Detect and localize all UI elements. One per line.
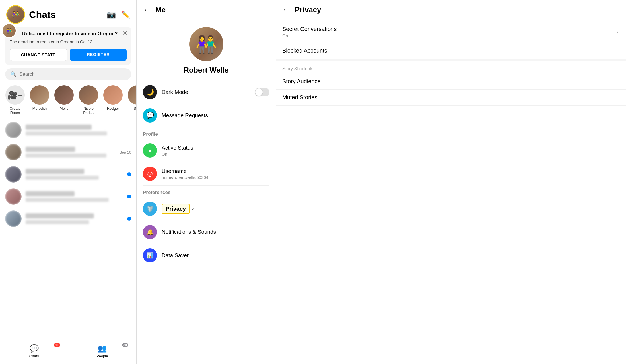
story-label-1: Meredith: [32, 106, 47, 111]
search-input[interactable]: [19, 71, 126, 77]
privacy-icon: 🛡️: [143, 202, 157, 216]
story-item-2[interactable]: Molly: [54, 85, 74, 115]
story-item-1[interactable]: Meredith: [30, 85, 50, 115]
right-panel: ← Privacy Secret Conversations On → Secr…: [276, 0, 626, 364]
story-label-2: Molly: [60, 106, 68, 111]
chat-item[interactable]: [0, 185, 136, 208]
chat-meta: [127, 195, 131, 198]
dark-mode-toggle[interactable]: [255, 88, 269, 96]
section-divider: [276, 59, 626, 61]
notifications-icon: 🔔: [143, 225, 157, 239]
chat-item[interactable]: [0, 163, 136, 185]
chat-time: Sep 16: [120, 150, 131, 154]
username-label: Username: [162, 168, 269, 174]
mid-header: ← Me: [137, 0, 276, 18]
menu-item-notifications[interactable]: 🔔 Notifications & Sounds: [137, 220, 276, 244]
right-menu-item-blocked-accounts[interactable]: Blocked Accounts: [276, 43, 626, 59]
chat-item[interactable]: [0, 119, 136, 141]
right-header: ← Privacy: [276, 0, 626, 18]
story-item-4[interactable]: Rodger: [103, 85, 123, 115]
camera-icon[interactable]: 📷: [107, 10, 116, 19]
story-audience-label: Story Audience: [282, 78, 620, 85]
story-create[interactable]: 🎥+ CreateRoom: [5, 85, 25, 115]
header-icons: 📷 ✏️: [107, 10, 130, 19]
story-label-5: Sh...: [134, 106, 136, 111]
menu-item-data-saver[interactable]: 📊 Data Saver: [137, 244, 276, 267]
story-row: 🎥+ CreateRoom Meredith Molly Nicole Park…: [0, 84, 136, 119]
chat-item[interactable]: [0, 208, 136, 230]
dark-mode-icon: 🌙: [143, 85, 157, 99]
people-label: People: [96, 354, 108, 358]
right-menu-item-muted-stories[interactable]: Muted Stories: [276, 90, 626, 106]
blocked-accounts-label: Blocked Accounts: [282, 47, 620, 54]
privacy-label-highlight: Privacy: [162, 204, 190, 214]
menu-item-dark-mode[interactable]: 🌙 Dark Mode: [137, 80, 276, 104]
right-back-button[interactable]: ←: [282, 5, 290, 14]
header-left: 👫 Chats: [6, 5, 56, 24]
story-label-4: Rodger: [107, 106, 119, 111]
secret-conversations-sublabel: On: [282, 33, 609, 38]
story-avatar-2: [54, 85, 74, 105]
compose-icon[interactable]: ✏️: [121, 10, 130, 19]
active-status-icon: ●: [143, 143, 157, 158]
message-requests-text: Message Requests: [162, 112, 269, 119]
menu-item-username[interactable]: @ Username m.me/robert.wells.50364: [137, 162, 276, 185]
menu-item-message-requests[interactable]: 💬 Message Requests: [137, 104, 276, 127]
story-item-3[interactable]: Nicole Park...: [79, 85, 98, 115]
bottom-nav: 11 💬 Chats 30 👥 People: [0, 341, 136, 364]
change-state-button[interactable]: CHANGE STATE: [10, 49, 67, 61]
username-sublabel: m.me/robert.wells.50364: [162, 175, 269, 180]
right-title: Privacy: [295, 5, 321, 14]
unread-badge: [127, 217, 131, 221]
message-requests-icon: 💬: [143, 108, 157, 123]
chats-label: Chats: [29, 354, 39, 358]
message-requests-label: Message Requests: [162, 112, 269, 119]
chat-info: [26, 147, 116, 158]
search-bar: 🔍: [5, 68, 131, 80]
chat-avatar: [5, 144, 22, 160]
unread-badge: [127, 195, 131, 198]
notif-close-button[interactable]: ✕: [123, 30, 128, 37]
story-item-5[interactable]: Sh...: [127, 85, 136, 115]
data-saver-text: Data Saver: [162, 252, 269, 258]
notifications-text: Notifications & Sounds: [162, 229, 269, 235]
story-avatar-1: [30, 85, 49, 105]
nav-chats[interactable]: 11 💬 Chats: [0, 344, 68, 358]
privacy-arrow-icon: ↙: [191, 206, 196, 212]
notif-title: Rob... need to register to vote in Orego…: [22, 31, 120, 37]
user-avatar[interactable]: 👫: [6, 5, 25, 24]
story-avatar-4: [103, 85, 123, 105]
notification-banner: 👫 ✕ Rob... need to register to vote in O…: [5, 27, 131, 65]
back-button[interactable]: ←: [143, 5, 151, 14]
secret-conversations-row: Secret Conversations On →: [282, 26, 620, 38]
secret-conversations-text: Secret Conversations On: [282, 26, 609, 38]
chat-avatar: [5, 188, 22, 205]
dark-mode-text: Dark Mode: [162, 89, 250, 95]
middle-panel: ← Me 👫 Robert Wells 🌙 Dark Mode 💬 Mess: [137, 0, 276, 364]
toggle-knob: [255, 88, 263, 96]
create-room-button[interactable]: 🎥+: [5, 85, 25, 105]
right-menu-item-secret-conversations[interactable]: Secret Conversations On → Secret Convers…: [276, 21, 626, 43]
chat-item[interactable]: Sep 16: [0, 141, 136, 163]
chat-info: [26, 169, 123, 180]
people-icon: 👥: [98, 344, 107, 353]
register-button[interactable]: REGISTER: [70, 49, 127, 61]
menu-item-active-status[interactable]: ● Active Status On: [137, 139, 276, 162]
left-header: 👫 Chats 📷 ✏️: [0, 0, 136, 27]
chat-info: [26, 125, 127, 135]
story-avatar-3: [79, 85, 98, 105]
notifications-label: Notifications & Sounds: [162, 229, 269, 235]
chat-avatar: [5, 166, 22, 183]
chat-avatar: [5, 122, 22, 138]
username-icon: @: [143, 167, 157, 181]
secret-conversations-label: Secret Conversations: [282, 26, 609, 32]
chat-meta: [127, 217, 131, 221]
story-avatar-5: [128, 85, 136, 105]
right-menu-item-story-audience[interactable]: Story Audience: [276, 74, 626, 90]
nav-people[interactable]: 30 👥 People: [68, 344, 137, 358]
story-label-3: Nicole Park...: [79, 106, 98, 115]
menu-item-privacy[interactable]: 🛡️ Privacy ↙: [137, 197, 276, 220]
data-saver-icon: 📊: [143, 248, 157, 262]
mid-content: 👫 Robert Wells 🌙 Dark Mode 💬 Message Req…: [137, 18, 276, 364]
chat-list: Sep 16: [0, 119, 136, 341]
